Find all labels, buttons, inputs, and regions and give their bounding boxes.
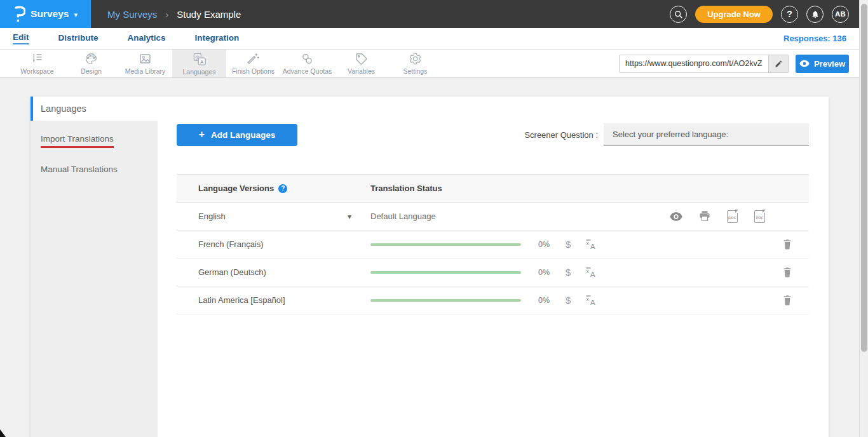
responses-count[interactable]: Responses: 136 — [783, 34, 846, 43]
survey-url-value[interactable]: https://www.questionpro.com/t/AO2kvZ — [620, 59, 768, 68]
eye-icon — [799, 60, 810, 67]
paid-translation-icon[interactable]: $ — [566, 267, 571, 278]
survey-url-field[interactable]: https://www.questionpro.com/t/AO2kvZ — [619, 55, 789, 73]
table-row-french: French (Français) 0% $ xA — [177, 231, 809, 259]
product-switcher[interactable]: Surveys ▾ — [0, 0, 91, 28]
tab-distribute[interactable]: Distribute — [58, 33, 98, 44]
breadcrumb-current: Study Example — [177, 9, 241, 20]
palette-icon — [85, 52, 98, 65]
toolbar-item-settings[interactable]: Settings — [388, 50, 442, 77]
sidebar-item-manual-translations[interactable]: Manual Translations — [31, 165, 158, 174]
active-section-accent — [31, 97, 33, 121]
svg-text:A: A — [590, 243, 595, 250]
screener-question-label: Screener Question : — [524, 130, 598, 140]
chain-links-icon — [301, 52, 314, 65]
toolbar-item-advance-quotas[interactable]: Advance Quotas — [280, 50, 334, 77]
delete-language-button[interactable] — [783, 295, 792, 306]
languages-icon: 文A — [193, 52, 207, 66]
screener-question-group: Screener Question : Select your preferre… — [524, 123, 809, 146]
languages-table: Language Versions ? Translation Status E… — [177, 174, 809, 314]
image-icon — [139, 52, 152, 65]
delete-language-button[interactable] — [783, 239, 792, 250]
language-name: German (Deutsch) — [198, 267, 266, 277]
gear-icon — [409, 52, 422, 65]
toolbar-item-design[interactable]: Design — [64, 50, 118, 77]
page-title: Languages — [41, 104, 86, 114]
svg-text:A: A — [200, 58, 203, 64]
language-dropdown-caret-icon[interactable]: ▾ — [348, 212, 351, 221]
breadcrumb-separator-icon: › — [165, 9, 168, 20]
toolbar-item-variables[interactable]: Variables — [334, 50, 388, 77]
search-button[interactable] — [670, 6, 687, 23]
screener-question-select[interactable]: Select your preferred language: — [604, 123, 809, 146]
default-language-label: Default Language — [370, 212, 436, 221]
translation-progress-bar — [370, 243, 521, 246]
translate-icon[interactable]: xA — [585, 267, 597, 278]
toolbar-item-languages[interactable]: 文A Languages — [172, 50, 226, 77]
translation-percent: 0% — [538, 268, 550, 277]
translation-percent: 0% — [538, 296, 550, 305]
print-icon[interactable] — [699, 211, 710, 222]
translation-percent: 0% — [538, 240, 550, 249]
language-name: French (Français) — [198, 239, 264, 249]
delete-language-button[interactable] — [783, 267, 792, 278]
vertical-scrollbar[interactable] — [859, 0, 868, 437]
toolbar-item-finish-options[interactable]: Finish Options — [226, 50, 280, 77]
edit-toolbar: Workspace Design Media Library 文A Langua… — [0, 50, 868, 78]
workspace-icon — [31, 52, 44, 65]
topbar: Surveys ▾ My Surveys › Study Example Upg… — [0, 0, 868, 28]
svg-text:文: 文 — [195, 54, 200, 60]
sidebar: Import Translations Manual Translations — [31, 121, 158, 437]
translate-icon[interactable]: xA — [585, 239, 597, 250]
table-header: Language Versions ? Translation Status — [177, 174, 809, 203]
svg-text:x: x — [587, 240, 590, 246]
paid-translation-icon[interactable]: $ — [566, 239, 571, 250]
trash-icon — [783, 239, 792, 250]
svg-text:x: x — [587, 268, 590, 274]
page-background: Languages Import Translations Manual Tra… — [0, 78, 868, 437]
tab-edit[interactable]: Edit — [13, 32, 29, 44]
help-button[interactable]: ? — [781, 6, 798, 23]
plus-icon: + — [199, 129, 205, 140]
toolbar-item-workspace[interactable]: Workspace — [10, 50, 64, 77]
translation-progress-bar — [370, 271, 521, 274]
main-content: + Add Languages Screener Question : Sele… — [158, 121, 829, 437]
user-avatar[interactable]: AB — [832, 6, 849, 23]
paid-translation-icon[interactable]: $ — [566, 295, 571, 306]
app-window: Surveys ▾ My Surveys › Study Example Upg… — [0, 0, 868, 437]
help-icon[interactable]: ? — [278, 184, 287, 193]
trash-icon — [783, 267, 792, 278]
tab-analytics[interactable]: Analytics — [128, 33, 166, 44]
notifications-button[interactable] — [806, 6, 824, 23]
upgrade-now-button[interactable]: Upgrade Now — [695, 6, 773, 23]
language-name: English — [198, 212, 226, 221]
translate-icon[interactable]: xA — [585, 295, 597, 306]
cursor-artifact — [0, 429, 6, 437]
add-languages-button[interactable]: + Add Languages — [177, 124, 297, 146]
sidebar-item-import-translations[interactable]: Import Translations — [31, 134, 158, 148]
preview-button[interactable]: Preview — [796, 55, 849, 73]
export-doc-icon[interactable]: DOC — [727, 210, 738, 223]
tag-icon — [355, 52, 368, 65]
preview-eye-icon[interactable] — [670, 212, 682, 221]
breadcrumb-my-surveys[interactable]: My Surveys — [107, 9, 157, 20]
search-icon — [674, 10, 683, 19]
bell-icon — [811, 10, 820, 19]
language-name: Latin America [Español] — [198, 295, 285, 305]
table-row-latin-america: Latin America [Español] 0% $ xA — [177, 286, 809, 314]
chevron-down-icon: ▾ — [74, 11, 78, 19]
trash-icon — [783, 295, 792, 306]
toolbar-right: https://www.questionpro.com/t/AO2kvZ Pre… — [619, 50, 849, 77]
export-pdf-icon[interactable]: PDF — [754, 210, 765, 223]
tab-integration[interactable]: Integration — [195, 33, 240, 44]
toolbar-item-media-library[interactable]: Media Library — [118, 50, 172, 77]
edit-url-button[interactable] — [768, 55, 789, 72]
svg-text:A: A — [590, 299, 595, 306]
topbar-actions: Upgrade Now ? AB — [670, 6, 849, 23]
breadcrumb: My Surveys › Study Example — [107, 9, 241, 20]
questionpro-logo — [13, 6, 25, 22]
column-language-versions: Language Versions — [198, 184, 274, 193]
column-translation-status: Translation Status — [370, 184, 442, 193]
table-row-german: German (Deutsch) 0% $ xA — [177, 259, 809, 286]
scrollbar-thumb[interactable] — [861, 4, 867, 352]
